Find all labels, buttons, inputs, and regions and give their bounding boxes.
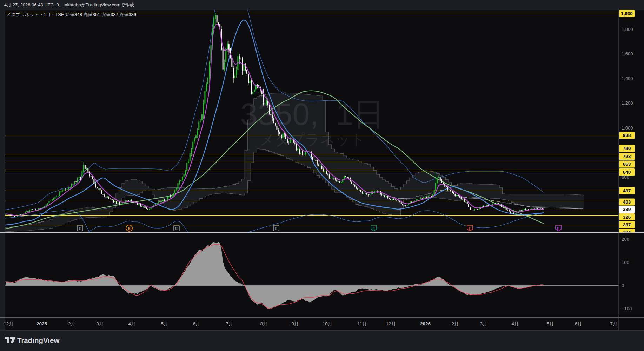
svg-text:0: 0 [622, 283, 624, 288]
svg-text:3月: 3月 [96, 321, 104, 326]
svg-text:12月: 12月 [386, 321, 396, 326]
svg-text:6月: 6月 [193, 321, 200, 326]
svg-text:1,400: 1,400 [622, 76, 633, 81]
svg-text:640: 640 [623, 170, 631, 175]
svg-text:723: 723 [623, 154, 631, 159]
svg-text:326: 326 [623, 214, 631, 220]
svg-text:12月: 12月 [4, 321, 14, 326]
svg-text:339: 339 [623, 207, 631, 212]
svg-text:403: 403 [623, 199, 631, 205]
svg-text:100: 100 [622, 260, 629, 265]
svg-text:5月: 5月 [161, 321, 168, 326]
svg-text:487: 487 [623, 188, 631, 193]
svg-text:−100: −100 [622, 306, 632, 311]
svg-text:E: E [557, 226, 559, 231]
svg-text:200: 200 [622, 237, 629, 242]
svg-text:11月: 11月 [357, 321, 367, 326]
svg-text:TradingView: TradingView [17, 336, 59, 344]
svg-text:1,930: 1,930 [621, 11, 633, 16]
svg-text:287: 287 [623, 222, 631, 227]
svg-text:6月: 6月 [575, 321, 582, 326]
svg-text:5月: 5月 [546, 321, 554, 326]
svg-text:E: E [372, 226, 375, 231]
svg-text:4月: 4月 [128, 321, 135, 326]
svg-text:E: E [469, 226, 471, 231]
svg-text:8月: 8月 [260, 321, 267, 326]
svg-text:663: 663 [623, 161, 631, 167]
svg-text:1,600: 1,600 [622, 51, 633, 57]
svg-text:7月: 7月 [610, 321, 617, 326]
svg-text:3月: 3月 [480, 321, 487, 326]
svg-text:1,200: 1,200 [622, 100, 633, 106]
svg-text:2月: 2月 [451, 321, 459, 326]
svg-text:2025: 2025 [36, 321, 47, 326]
svg-text:9月: 9月 [291, 321, 299, 326]
svg-text:4月 27, 2026 06:48 UTC+9、takata: 4月 27, 2026 06:48 UTC+9、takatabaがTrading… [4, 2, 134, 7]
svg-text:メタプラネット・1日・TSE 始値348 高値351: メタプラネット・1日・TSE 始値348 高値351 安値337 終値339 [6, 12, 136, 17]
svg-text:938: 938 [623, 133, 631, 138]
svg-text:E: E [175, 226, 178, 231]
svg-text:2026: 2026 [420, 321, 431, 326]
svg-text:780: 780 [623, 146, 631, 151]
svg-text:7月: 7月 [226, 321, 233, 326]
svg-text:1,800: 1,800 [622, 27, 633, 32]
svg-text:2月: 2月 [68, 321, 75, 326]
svg-text:10月: 10月 [323, 321, 333, 326]
svg-text:S: S [128, 226, 130, 231]
svg-text:E: E [79, 226, 81, 231]
svg-text:E: E [275, 226, 277, 231]
svg-text:1,000: 1,000 [622, 125, 633, 131]
svg-text:4月: 4月 [511, 321, 519, 326]
